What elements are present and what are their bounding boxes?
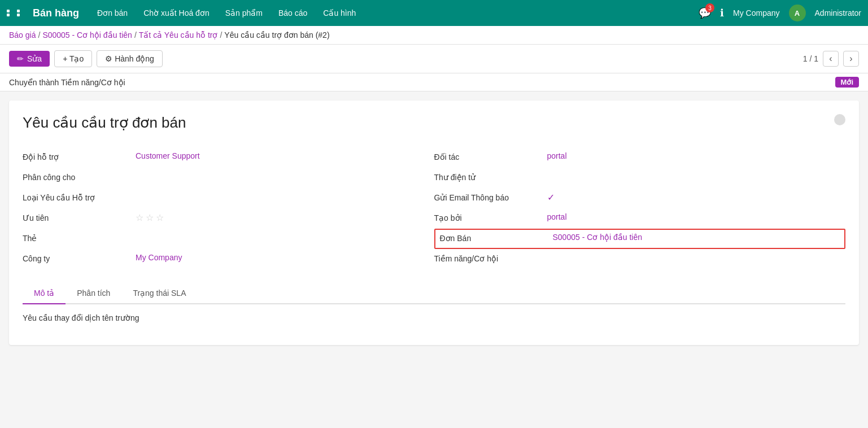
- label-the: Thẻ: [23, 233, 136, 243]
- breadcrumb-sep-2: /: [134, 30, 137, 40]
- form-tabs: Mô tả Phân tích Trạng thái SLA: [23, 283, 845, 304]
- form-col-left: Đội hỗ trợ Customer Support Phân công ch…: [23, 147, 434, 269]
- label-gui-email: Gửi Email Thông báo: [434, 192, 547, 202]
- form-fields: Đội hỗ trợ Customer Support Phân công ch…: [23, 147, 845, 269]
- label-tao-boi: Tạo bởi: [434, 212, 547, 222]
- user-avatar[interactable]: A: [789, 5, 806, 21]
- nav-item-san-pham[interactable]: Sản phẩm: [219, 6, 269, 20]
- tab-trang-thai-sla[interactable]: Trạng thái SLA: [121, 283, 197, 304]
- field-doi-ho-tro: Đội hỗ trợ Customer Support: [23, 147, 434, 168]
- label-don-ban: Đơn Bán: [440, 233, 553, 243]
- star-2[interactable]: ☆: [146, 212, 154, 223]
- tab-mo-ta[interactable]: Mô tả: [23, 283, 66, 304]
- breadcrumb-s00005[interactable]: S00005 - Cơ hội đầu tiên: [42, 30, 132, 40]
- nav-item-don-ban[interactable]: Đơn bán: [90, 6, 134, 20]
- label-loai-yc: Loại Yêu cầu Hỗ trợ: [23, 192, 136, 202]
- edit-button[interactable]: ✏ Sửa: [9, 51, 50, 67]
- topnav-right: 💬 3 ℹ My Company A Administrator: [699, 5, 861, 21]
- topnav: Bán hàng Đơn bán Chờ xuất Hoá đơn Sản ph…: [0, 0, 868, 26]
- app-brand[interactable]: Bán hàng: [33, 7, 79, 19]
- priority-stars[interactable]: ☆ ☆ ☆: [136, 212, 164, 223]
- breadcrumb-sep-3: /: [220, 30, 222, 40]
- label-doi-ho-tro: Đội hỗ trợ: [23, 151, 136, 161]
- status-input[interactable]: [9, 78, 835, 87]
- label-doi-tac: Đối tác: [434, 151, 547, 161]
- field-tao-boi: Tạo bởi portal: [434, 208, 846, 229]
- status-badge: Mới: [835, 77, 859, 88]
- topnav-menu: Đơn bán Chờ xuất Hoá đơn Sản phẩm Báo cá…: [90, 6, 699, 20]
- help-icon[interactable]: ℹ: [720, 7, 724, 19]
- edit-label: Sửa: [27, 54, 42, 63]
- field-gui-email: Gửi Email Thông báo ✓: [434, 188, 846, 208]
- check-icon-gui-email: ✓: [547, 192, 555, 203]
- label-thu-dien-tu: Thư điện tử: [434, 172, 547, 182]
- field-doi-tac: Đối tác portal: [434, 147, 846, 168]
- form-col-right: Đối tác portal Thư điện tử Gửi Email Thô…: [434, 147, 846, 269]
- company-name[interactable]: My Company: [733, 8, 779, 18]
- create-button[interactable]: + Tạo: [54, 50, 92, 67]
- value-cong-ty[interactable]: My Company: [136, 253, 182, 262]
- create-label: + Tạo: [63, 54, 84, 63]
- tab-content-text: Yêu cầu thay đổi dịch tên trường: [23, 313, 139, 322]
- breadcrumb-sep-1: /: [38, 30, 40, 40]
- username[interactable]: Administrator: [815, 8, 861, 18]
- field-cong-ty: Công ty My Company: [23, 249, 434, 269]
- breadcrumb-bao-gia[interactable]: Báo giá: [9, 30, 36, 40]
- pagination-prev[interactable]: ‹: [823, 51, 839, 67]
- field-the: Thẻ: [23, 229, 434, 249]
- value-tao-boi[interactable]: portal: [547, 212, 567, 221]
- nav-item-cho-xuat[interactable]: Chờ xuất Hoá đơn: [137, 6, 216, 20]
- main-content: Yêu cầu cầu trợ đơn bán Đội hỗ trợ Custo…: [0, 91, 868, 354]
- tab-phan-tich[interactable]: Phân tích: [66, 283, 121, 304]
- statusbar: Mới: [0, 73, 868, 91]
- form-card: Yêu cầu cầu trợ đơn bán Đội hỗ trợ Custo…: [9, 101, 859, 345]
- field-tiem-nang: Tiềm năng/Cơ hội: [434, 249, 846, 269]
- label-cong-ty: Công ty: [23, 253, 136, 263]
- field-uu-tien: Ưu tiên ☆ ☆ ☆: [23, 208, 434, 229]
- pagination-next[interactable]: ›: [843, 51, 859, 67]
- pagination: 1 / 1 ‹ ›: [803, 51, 859, 67]
- value-doi-tac[interactable]: portal: [547, 151, 567, 160]
- value-don-ban[interactable]: S00005 - Cơ hội đầu tiên: [553, 233, 643, 242]
- action-button[interactable]: ⚙ Hành động: [97, 50, 163, 67]
- label-tiem-nang: Tiềm năng/Cơ hội: [434, 253, 547, 263]
- form-title: Yêu cầu cầu trợ đơn bán: [23, 114, 845, 132]
- tab-content: Yêu cầu thay đổi dịch tên trường: [23, 304, 845, 331]
- nav-item-bao-cao[interactable]: Báo cáo: [272, 6, 314, 20]
- label-phan-cong-cho: Phân công cho: [23, 172, 136, 182]
- star-1[interactable]: ☆: [136, 212, 143, 223]
- field-don-ban: Đơn Bán S00005 - Cơ hội đầu tiên: [434, 229, 846, 249]
- value-doi-ho-tro[interactable]: Customer Support: [136, 151, 200, 160]
- breadcrumb: Báo giá / S00005 - Cơ hội đầu tiên / Tất…: [0, 26, 868, 45]
- nav-item-cau-hinh[interactable]: Cấu hình: [316, 6, 363, 20]
- notification-icon[interactable]: 💬 3: [699, 7, 711, 19]
- breadcrumb-all-yc[interactable]: Tất cả Yêu cầu hỗ trợ: [139, 30, 218, 40]
- field-loai-yc: Loại Yêu cầu Hỗ trợ: [23, 188, 434, 208]
- notification-badge: 3: [705, 3, 714, 12]
- action-label: ⚙ Hành động: [105, 54, 154, 63]
- pagination-text: 1 / 1: [803, 54, 818, 63]
- label-uu-tien: Ưu tiên: [23, 212, 136, 222]
- field-thu-dien-tu: Thư điện tử: [434, 168, 846, 188]
- star-3[interactable]: ☆: [156, 212, 164, 223]
- app-grid-icon[interactable]: [7, 10, 26, 16]
- form-toggle[interactable]: [834, 114, 845, 125]
- field-phan-cong-cho: Phân công cho: [23, 168, 434, 188]
- toolbar: ✏ Sửa + Tạo ⚙ Hành động 1 / 1 ‹ ›: [0, 45, 868, 73]
- edit-icon: ✏: [17, 54, 24, 63]
- breadcrumb-current: Yêu cầu cầu trợ đơn bán (#2): [224, 30, 329, 40]
